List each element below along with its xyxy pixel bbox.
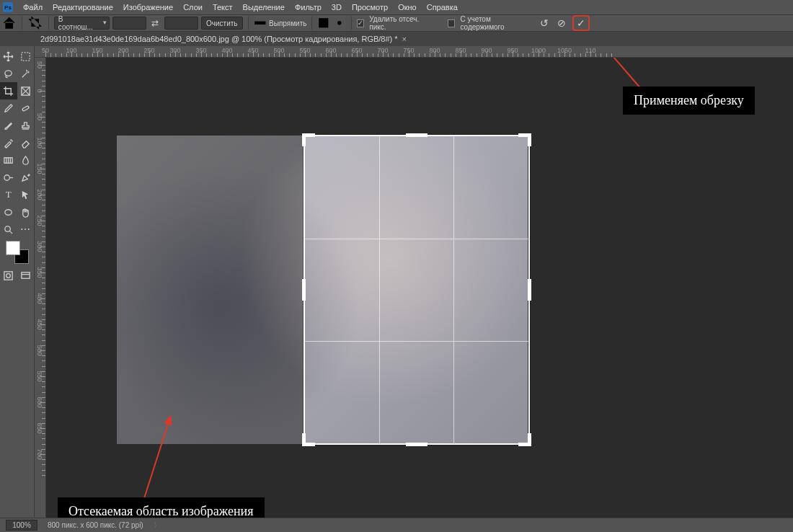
eyedropper-tool[interactable] (0, 99, 17, 117)
color-swatches[interactable] (6, 241, 29, 264)
crop-handle-top-left[interactable] (302, 133, 315, 146)
path-select-tool[interactable] (17, 186, 35, 203)
menu-file[interactable]: Файл (23, 3, 43, 12)
menu-edit[interactable]: Редактирование (53, 3, 113, 12)
crop-handle-left[interactable] (302, 279, 306, 301)
crop-handle-bottom-left[interactable] (302, 433, 315, 446)
crop-box[interactable] (304, 135, 530, 445)
edit-toolbar-button[interactable]: ⋯ (17, 221, 35, 238)
marquee-tool[interactable] (17, 48, 35, 65)
eraser-icon (20, 138, 31, 148)
lasso-tool[interactable] (0, 65, 17, 82)
move-tool[interactable] (0, 48, 17, 65)
crop-tool-indicator[interactable] (27, 16, 43, 30)
gradient-tool[interactable] (0, 151, 17, 169)
svg-line-23 (10, 231, 13, 234)
commit-crop-button[interactable]: ✓ (577, 17, 585, 29)
brush-tool[interactable] (0, 117, 17, 134)
crop-handle-bottom-right[interactable] (518, 433, 531, 446)
grid-icon (317, 17, 330, 30)
shape-tool[interactable] (0, 203, 17, 221)
vertical-ruler[interactable]: 5005010015020025030035040045050055060065… (35, 58, 46, 518)
annotation-apply-crop: Применяем обрезку (623, 87, 755, 115)
dodge-tool[interactable] (0, 169, 17, 186)
svg-point-25 (6, 273, 11, 278)
document-tab[interactable]: 2d991018ae31d43e0de169daa6b48ed0_800x600… (40, 35, 398, 43)
crop-handle-top-right[interactable] (518, 133, 531, 146)
menu-view[interactable]: Просмотр (352, 3, 388, 12)
foreground-color[interactable] (6, 241, 20, 255)
svg-point-19 (4, 174, 10, 180)
canvas-area[interactable]: Применяем обрезку Отсекаемая область изо… (46, 58, 793, 518)
home-button[interactable] (1, 16, 17, 30)
zoom-tool[interactable] (0, 221, 17, 238)
hand-icon (20, 207, 31, 218)
cropped-out-shade (117, 136, 304, 444)
straighten-icon-button[interactable] (254, 17, 267, 30)
straighten-label[interactable]: Выпрямить (269, 19, 306, 27)
cancel-crop-button[interactable]: ⊘ (555, 17, 568, 30)
pen-icon (20, 172, 31, 183)
crop-handle-right[interactable] (528, 279, 531, 301)
move-icon (3, 51, 14, 62)
reset-crop-button[interactable]: ↺ (538, 17, 551, 30)
horizontal-ruler[interactable]: 5010015020025030035040045050055060065070… (35, 46, 793, 58)
menu-help[interactable]: Справка (427, 3, 458, 12)
crop-icon (27, 15, 43, 30)
crop-height-field[interactable] (164, 17, 198, 30)
svg-rect-26 (22, 272, 30, 278)
aspect-ratio-dropdown[interactable]: В соотнош... (54, 17, 110, 30)
healing-tool[interactable] (17, 99, 35, 117)
blur-tool[interactable] (17, 151, 35, 169)
hand-tool[interactable] (17, 203, 35, 221)
menu-select[interactable]: Выделение (243, 3, 285, 12)
menu-window[interactable]: Окно (398, 3, 417, 12)
crop-handle-bottom[interactable] (406, 443, 427, 446)
quick-mask-button[interactable] (0, 267, 17, 284)
svg-point-8 (337, 21, 341, 25)
pen-tool[interactable] (17, 169, 35, 186)
content-aware-checkbox[interactable] (448, 19, 456, 27)
menu-image[interactable]: Изображение (123, 3, 173, 12)
svg-rect-14 (22, 105, 29, 111)
stamp-icon (20, 120, 31, 131)
arrow-icon (20, 190, 31, 200)
crop-settings-button[interactable] (333, 17, 346, 30)
frame-tool[interactable] (17, 82, 35, 99)
delete-cropped-checkbox[interactable]: ✓ (357, 19, 365, 27)
screen-mode-button[interactable] (17, 267, 35, 284)
clear-button[interactable]: Очистить (201, 17, 243, 30)
eyedropper-icon (3, 103, 14, 114)
status-bar: 100% 800 пикс. x 600 пикс. (72 ppi) 〉 (0, 518, 793, 532)
quick-select-tool[interactable] (17, 65, 35, 82)
level-icon (254, 17, 267, 30)
swap-dimensions-button[interactable]: ⇄ (149, 17, 162, 30)
document-tab-bar: 2d991018ae31d43e0de169daa6b48ed0_800x600… (0, 32, 793, 46)
screen-icon (20, 270, 31, 281)
ellipse-icon (3, 207, 14, 218)
crop-width-field[interactable] (112, 17, 146, 30)
menu-3d[interactable]: 3D (332, 3, 342, 12)
type-icon: T (6, 189, 12, 200)
menu-filter[interactable]: Фильтр (295, 3, 322, 12)
wand-icon (20, 68, 31, 79)
zoom-level[interactable]: 100% (6, 520, 37, 531)
menu-bar: Ps Файл Редактирование Изображение Слои … (0, 0, 793, 14)
delete-cropped-label: Удалить отсеч. пикс. (369, 15, 436, 31)
eraser-tool[interactable] (17, 134, 35, 151)
history-brush-tool[interactable] (0, 134, 17, 151)
crop-handle-top[interactable] (406, 133, 427, 137)
menu-layers[interactable]: Слои (183, 3, 203, 12)
status-menu-arrow[interactable]: 〉 (154, 520, 161, 531)
svg-point-22 (5, 226, 11, 231)
type-tool[interactable]: T (0, 186, 17, 203)
crop-tool[interactable] (0, 82, 17, 99)
frame-icon (20, 86, 31, 97)
dots-icon: ⋯ (20, 223, 30, 235)
svg-rect-9 (22, 52, 30, 60)
menu-text[interactable]: Текст (213, 3, 233, 12)
close-tab-button[interactable]: × (402, 35, 407, 43)
stamp-tool[interactable] (17, 117, 35, 134)
svg-rect-24 (4, 271, 12, 279)
overlay-options-button[interactable] (317, 17, 330, 30)
